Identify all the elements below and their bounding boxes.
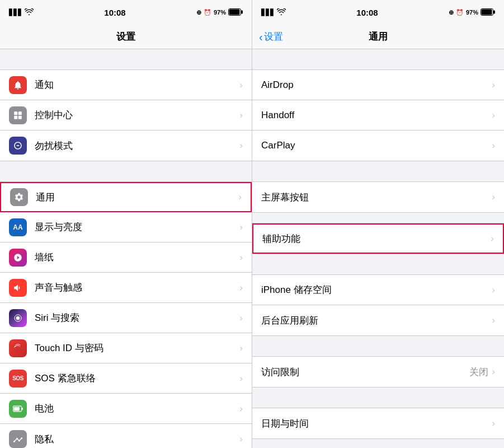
restrictions-value: 关闭 bbox=[469, 366, 488, 379]
chevron-display: › bbox=[239, 222, 243, 233]
battery-icon bbox=[9, 400, 27, 418]
list-item-datetime[interactable]: 日期与时间 › bbox=[252, 408, 504, 438]
signal-icon-right: ▋▋▋ bbox=[261, 9, 275, 16]
right-scroll-content[interactable]: AirDrop › Handoff › CarPlay › 主屏幕按钮 › bbox=[252, 49, 504, 448]
nav-bar-right: ‹ 设置 通用 bbox=[252, 25, 504, 49]
time-left: 10:08 bbox=[104, 8, 125, 17]
left-panel: ▋▋▋ 10:08 ⊕ ⏰ 97% bbox=[0, 0, 252, 448]
wallpaper-icon bbox=[9, 249, 27, 267]
sound-label: 声音与触感 bbox=[35, 281, 239, 294]
battery-percent-left: 97% bbox=[214, 9, 226, 16]
section-gap-4-right bbox=[252, 254, 504, 274]
chevron-sos: › bbox=[239, 373, 243, 384]
list-item-dnd[interactable]: 勿扰模式 › bbox=[0, 130, 252, 161]
list-item-general[interactable]: 通用 › bbox=[0, 182, 252, 212]
svg-point-7 bbox=[16, 316, 20, 320]
chevron-airdrop: › bbox=[492, 80, 495, 91]
notification-label: 通知 bbox=[35, 78, 239, 91]
svg-rect-2 bbox=[229, 9, 240, 15]
wifi-icon-right bbox=[277, 8, 286, 16]
battery-percent-right: 97% bbox=[466, 9, 478, 16]
privacy-label: 隐私 bbox=[35, 433, 239, 446]
right-status-icons-right: ⊕ ⏰ 97% bbox=[449, 8, 495, 17]
nav-title-right: 通用 bbox=[369, 30, 388, 43]
list-item-accessibility[interactable]: 辅助功能 › bbox=[252, 223, 504, 254]
list-item-display[interactable]: AA 显示与亮度 › bbox=[0, 212, 252, 242]
carplay-label: CarPlay bbox=[261, 140, 492, 151]
chevron-notification: › bbox=[239, 80, 243, 91]
touchid-icon bbox=[9, 339, 27, 357]
display-icon: AA bbox=[9, 218, 27, 236]
section-5-right: 访问限制 关闭 › bbox=[252, 356, 504, 388]
chevron-accessibility: › bbox=[491, 233, 494, 244]
status-bar-left: ▋▋▋ 10:08 ⊕ ⏰ 97% bbox=[0, 0, 252, 25]
svg-rect-3 bbox=[14, 111, 17, 115]
list-item-storage[interactable]: iPhone 储存空间 › bbox=[252, 275, 504, 305]
control-center-label: 控制中心 bbox=[35, 109, 239, 122]
chevron-datetime: › bbox=[492, 418, 495, 429]
alarm-icon-right: ⏰ bbox=[456, 9, 464, 16]
list-item-touchid[interactable]: Touch ID 与密码 › bbox=[0, 333, 252, 363]
storage-label: iPhone 储存空间 bbox=[261, 283, 492, 296]
nav-bar-left: 设置 bbox=[0, 25, 252, 49]
list-item-airdrop[interactable]: AirDrop › bbox=[252, 70, 504, 100]
location-icon-left: ⊕ bbox=[196, 9, 201, 16]
list-item-handoff[interactable]: Handoff › bbox=[252, 100, 504, 130]
section-gap-3-right bbox=[252, 213, 504, 223]
section-2-right: 主屏幕按钮 › bbox=[252, 181, 504, 213]
list-item-wallpaper[interactable]: 墙纸 › bbox=[0, 242, 252, 273]
right-panel: ▋▋▋ 10:08 ⊕ ⏰ 97% bbox=[252, 0, 504, 448]
sos-label: SOS 紧急联络 bbox=[35, 372, 239, 385]
chevron-privacy: › bbox=[239, 433, 243, 445]
svg-rect-4 bbox=[18, 111, 22, 115]
chevron-restrictions: › bbox=[492, 366, 495, 377]
alarm-icon-left: ⏰ bbox=[204, 9, 211, 16]
display-label: 显示与亮度 bbox=[35, 221, 239, 234]
section-gap-2-right bbox=[252, 161, 504, 181]
general-icon bbox=[10, 188, 28, 206]
nav-title-left: 设置 bbox=[116, 30, 135, 43]
privacy-icon bbox=[9, 430, 27, 448]
chevron-home-button: › bbox=[492, 192, 495, 203]
section-gap-bottom-right bbox=[252, 439, 504, 448]
section-4-right: iPhone 储存空间 › 后台应用刷新 › bbox=[252, 274, 504, 336]
wallpaper-label: 墙纸 bbox=[35, 251, 239, 264]
list-item-home-button[interactable]: 主屏幕按钮 › bbox=[252, 182, 504, 212]
list-item-privacy[interactable]: 隐私 › bbox=[0, 424, 252, 448]
list-item-sos[interactable]: SOS SOS 紧急联络 › bbox=[0, 363, 252, 394]
time-right: 10:08 bbox=[356, 8, 378, 17]
signal-icons-left: ▋▋▋ bbox=[9, 8, 34, 16]
chevron-battery: › bbox=[239, 403, 243, 414]
chevron-touchid: › bbox=[239, 343, 243, 354]
chevron-dnd: › bbox=[239, 140, 243, 151]
chevron-storage: › bbox=[492, 284, 495, 296]
list-item-background-refresh[interactable]: 后台应用刷新 › bbox=[252, 305, 504, 335]
list-item-sound[interactable]: 声音与触感 › bbox=[0, 273, 252, 303]
list-item-notification[interactable]: 通知 › bbox=[0, 70, 252, 100]
dnd-icon bbox=[9, 137, 27, 155]
svg-rect-10 bbox=[22, 407, 23, 410]
list-item-carplay[interactable]: CarPlay › bbox=[252, 130, 504, 161]
sound-icon bbox=[9, 279, 27, 297]
svg-rect-11 bbox=[14, 407, 20, 410]
battery-label: 电池 bbox=[35, 402, 239, 415]
dnd-label: 勿扰模式 bbox=[35, 139, 239, 152]
handoff-label: Handoff bbox=[261, 110, 492, 121]
list-item-control-center[interactable]: 控制中心 › bbox=[0, 100, 252, 130]
nav-back-label: 设置 bbox=[264, 30, 283, 43]
list-item-battery[interactable]: 电池 › bbox=[0, 394, 252, 424]
svg-rect-6 bbox=[18, 115, 22, 119]
general-label: 通用 bbox=[36, 191, 238, 204]
list-item-restrictions[interactable]: 访问限制 关闭 › bbox=[252, 357, 504, 387]
chevron-wallpaper: › bbox=[239, 252, 243, 263]
left-scroll-content[interactable]: 通知 › 控制中心 › bbox=[0, 49, 252, 448]
wifi-icon-left bbox=[25, 8, 34, 16]
home-button-label: 主屏幕按钮 bbox=[261, 191, 492, 204]
list-item-siri[interactable]: Siri 与搜索 › bbox=[0, 303, 252, 333]
location-icon-right: ⊕ bbox=[449, 9, 454, 16]
siri-icon bbox=[9, 309, 27, 327]
restrictions-label: 访问限制 bbox=[261, 366, 469, 379]
svg-rect-5 bbox=[14, 115, 17, 119]
section-gap-top-right bbox=[252, 49, 504, 69]
nav-back-button[interactable]: ‹ 设置 bbox=[259, 30, 283, 43]
